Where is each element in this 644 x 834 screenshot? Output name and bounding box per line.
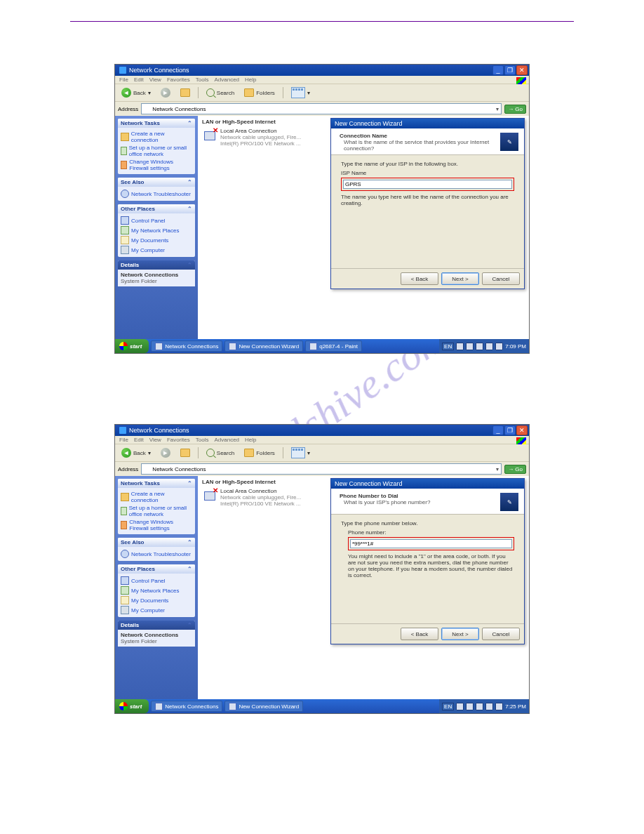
panel-header[interactable]: See Also⌃ xyxy=(118,178,195,187)
maximize-button[interactable]: ❐ xyxy=(504,425,516,435)
collapse-icon[interactable]: ⌃ xyxy=(187,179,192,185)
start-button[interactable]: start xyxy=(115,339,149,353)
panel-header[interactable]: Network Tasks⌃ xyxy=(118,479,195,488)
menu-view[interactable]: View xyxy=(149,77,161,83)
back-button[interactable]: < Back xyxy=(401,272,438,285)
menu-help[interactable]: Help xyxy=(245,77,256,83)
menu-view[interactable]: View xyxy=(149,437,161,443)
menu-advanced[interactable]: Advanced xyxy=(214,437,239,443)
language-indicator[interactable]: EN xyxy=(442,703,454,710)
panel-header[interactable]: Network Tasks ⌃ xyxy=(118,119,195,128)
menu-help[interactable]: Help xyxy=(245,437,256,443)
dropdown-icon[interactable]: ▾ xyxy=(307,90,310,96)
link-my-computer[interactable]: My Computer xyxy=(121,245,192,255)
tray-icon[interactable] xyxy=(476,703,483,710)
cancel-button[interactable]: Cancel xyxy=(482,272,520,285)
link-setup-network[interactable]: Set up a home or small office network xyxy=(121,504,192,518)
link-troubleshooter[interactable]: Network Troubleshooter xyxy=(121,549,192,559)
link-my-computer[interactable]: My Computer xyxy=(121,605,192,615)
next-button[interactable]: Next > xyxy=(441,628,479,640)
collapse-icon[interactable]: ⌃ xyxy=(187,120,192,126)
menu-advanced[interactable]: Advanced xyxy=(214,77,239,83)
folders-button[interactable]: Folders xyxy=(241,87,279,98)
next-button[interactable]: Next > xyxy=(441,272,479,285)
collapse-icon[interactable]: ⌃ xyxy=(187,622,192,628)
link-control-panel[interactable]: Control Panel xyxy=(121,216,192,225)
link-my-documents[interactable]: My Documents xyxy=(121,595,192,605)
combo-dropdown-icon[interactable]: ▾ xyxy=(496,466,499,472)
up-button[interactable] xyxy=(177,447,194,458)
collapse-icon[interactable]: ⌃ xyxy=(187,206,192,212)
clock[interactable]: 7:25 PM xyxy=(505,703,526,710)
link-network-places[interactable]: My Network Places xyxy=(121,585,192,595)
dropdown-icon[interactable]: ▾ xyxy=(307,450,310,456)
link-network-places[interactable]: My Network Places xyxy=(121,225,192,235)
tray-icon[interactable] xyxy=(495,343,503,350)
search-button[interactable]: Search xyxy=(203,87,238,98)
menu-favorites[interactable]: Favorites xyxy=(167,437,190,443)
menu-edit[interactable]: Edit xyxy=(134,77,144,83)
taskbar-item[interactable]: New Connection Wizard xyxy=(224,701,303,712)
link-change-firewall[interactable]: Change Windows Firewall settings xyxy=(121,518,192,532)
tray-icon[interactable] xyxy=(495,703,503,710)
dropdown-icon[interactable]: ▾ xyxy=(148,90,151,96)
forward-button[interactable]: ► xyxy=(157,86,174,99)
link-control-panel[interactable]: Control Panel xyxy=(121,576,192,585)
panel-header[interactable]: Details⌃ xyxy=(118,260,195,270)
tray-icon[interactable] xyxy=(485,703,493,710)
back-button[interactable]: ◄ Back ▾ xyxy=(118,86,154,99)
start-button[interactable]: start xyxy=(115,699,149,713)
close-button[interactable]: ✕ xyxy=(516,425,528,435)
address-combo[interactable]: Network Connections ▾ xyxy=(141,103,502,114)
link-change-firewall[interactable]: Change Windows Firewall settings xyxy=(121,158,192,172)
menu-file[interactable]: File xyxy=(119,77,128,83)
link-troubleshooter[interactable]: Network Troubleshooter xyxy=(121,189,192,199)
tray-icon[interactable] xyxy=(485,343,493,350)
panel-header[interactable]: Other Places⌃ xyxy=(118,564,195,574)
link-setup-network[interactable]: Set up a home or small office network xyxy=(121,144,192,158)
panel-header[interactable]: See Also⌃ xyxy=(118,538,195,547)
isp-name-input[interactable] xyxy=(343,180,512,189)
close-button[interactable]: ✕ xyxy=(516,65,528,75)
views-button[interactable]: ▾ xyxy=(288,86,314,100)
collapse-icon[interactable]: ⌃ xyxy=(187,262,192,268)
search-button[interactable]: Search xyxy=(203,447,238,458)
menu-file[interactable]: File xyxy=(119,437,128,443)
folders-button[interactable]: Folders xyxy=(241,447,279,458)
tray-icon[interactable] xyxy=(456,343,464,350)
language-indicator[interactable]: EN xyxy=(442,343,454,350)
collapse-icon[interactable]: ⌃ xyxy=(187,480,192,486)
cancel-button[interactable]: Cancel xyxy=(482,628,520,640)
menu-edit[interactable]: Edit xyxy=(134,437,144,443)
taskbar-item[interactable]: New Connection Wizard xyxy=(224,340,303,352)
menu-tools[interactable]: Tools xyxy=(196,437,209,443)
panel-header[interactable]: Details⌃ xyxy=(118,621,195,630)
go-button[interactable]: → Go xyxy=(504,465,526,474)
up-button[interactable] xyxy=(177,87,194,98)
back-button[interactable]: < Back xyxy=(401,628,438,640)
tray-icon[interactable] xyxy=(466,703,474,710)
views-button[interactable]: ▾ xyxy=(288,446,314,460)
minimize-button[interactable]: _ xyxy=(492,425,504,435)
tray-icon[interactable] xyxy=(456,703,464,710)
combo-dropdown-icon[interactable]: ▾ xyxy=(496,106,499,112)
maximize-button[interactable]: ❐ xyxy=(504,65,516,75)
phone-number-input[interactable] xyxy=(350,539,512,548)
minimize-button[interactable]: _ xyxy=(492,65,504,75)
link-create-connection[interactable]: Create a new connection xyxy=(121,490,192,504)
collapse-icon[interactable]: ⌃ xyxy=(187,539,192,545)
link-my-documents[interactable]: My Documents xyxy=(121,235,192,245)
panel-header[interactable]: Other Places⌃ xyxy=(118,204,195,213)
back-button[interactable]: ◄ Back ▾ xyxy=(118,446,154,459)
menu-tools[interactable]: Tools xyxy=(196,77,209,83)
taskbar-item[interactable]: q2687-4 - Paint xyxy=(305,340,362,352)
link-create-connection[interactable]: Create a new connection xyxy=(121,130,192,144)
taskbar-item[interactable]: Network Connections xyxy=(151,340,222,352)
tray-icon[interactable] xyxy=(466,343,474,350)
forward-button[interactable]: ► xyxy=(157,446,174,459)
collapse-icon[interactable]: ⌃ xyxy=(187,566,192,572)
go-button[interactable]: → Go xyxy=(504,105,526,114)
address-combo[interactable]: Network Connections ▾ xyxy=(141,463,502,475)
tray-icon[interactable] xyxy=(476,343,483,350)
dropdown-icon[interactable]: ▾ xyxy=(148,450,151,456)
